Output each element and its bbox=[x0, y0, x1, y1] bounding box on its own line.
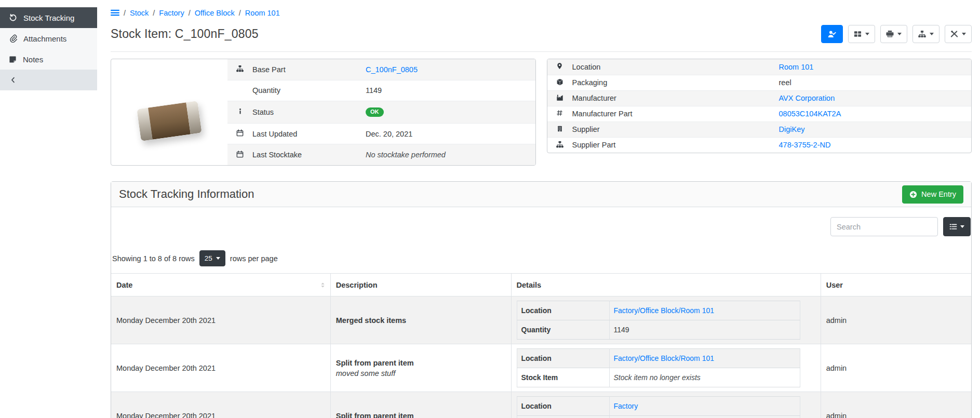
stock-tracking-table: Date Description Details User bbox=[111, 273, 971, 418]
detail-subrow: Stock Item Stock item no longer exists bbox=[517, 368, 800, 387]
stock-tracking-panel: Stock Tracking Information New Entry bbox=[111, 181, 972, 418]
detail-sublabel: Location bbox=[517, 349, 609, 368]
detail-row-last-stocktake: Last Stocktake No stocktake performed bbox=[227, 144, 535, 165]
industry-icon bbox=[556, 94, 563, 101]
detail-subrow: Stock Item Stock item no longer exists bbox=[517, 416, 800, 418]
breadcrumb-link-stock[interactable]: Stock bbox=[130, 9, 149, 17]
detail-subrow: Location Factory/Office Block/Room 101 bbox=[517, 349, 800, 368]
info-icon bbox=[237, 108, 244, 115]
manufacturer-link[interactable]: AVX Corporation bbox=[779, 94, 835, 102]
detail-sublabel: Stock Item bbox=[517, 416, 609, 418]
title-row: Stock Item: C_100nF_0805 bbox=[111, 25, 972, 43]
chevron-left-icon bbox=[10, 76, 17, 84]
detail-label: Last Updated bbox=[247, 123, 360, 144]
rows-per-page-label: rows per page bbox=[230, 254, 278, 263]
detail-subvalue: 1149 bbox=[609, 320, 800, 340]
paperclip-icon bbox=[9, 34, 17, 43]
building-icon bbox=[557, 125, 563, 132]
part-thumbnail[interactable] bbox=[111, 59, 227, 165]
page-size-value: 25 bbox=[205, 254, 212, 262]
search-input[interactable] bbox=[830, 217, 938, 236]
printer-icon bbox=[886, 30, 894, 38]
new-entry-button[interactable]: New Entry bbox=[902, 185, 963, 204]
note-icon bbox=[9, 56, 17, 63]
caret-down-icon bbox=[865, 33, 869, 35]
map-marker-icon bbox=[556, 62, 563, 70]
tracking-date: Monday December 20th 2021 bbox=[111, 392, 330, 418]
column-header-user[interactable]: User bbox=[821, 274, 971, 296]
title-divider bbox=[111, 51, 972, 52]
manufacturer-part-link[interactable]: 08053C104KAT2A bbox=[779, 110, 841, 118]
breadcrumb-link-office-block[interactable]: Office Block bbox=[195, 9, 235, 17]
sidebar-item-notes[interactable]: Notes bbox=[0, 49, 97, 70]
pagination-info: Showing 1 to 8 of 8 rows 25 rows per pag… bbox=[111, 250, 971, 266]
detail-sublabel: Quantity bbox=[517, 320, 609, 340]
tracking-date: Monday December 20th 2021 bbox=[111, 296, 330, 344]
last-stocktake-value: No stocktake performed bbox=[366, 151, 446, 159]
supplier-link[interactable]: DigiKey bbox=[779, 125, 805, 133]
showing-text: Showing 1 to 8 of 8 rows bbox=[112, 254, 195, 263]
stock-tracking-body: Showing 1 to 8 of 8 rows 25 rows per pag… bbox=[111, 207, 971, 418]
tracking-row[interactable]: Monday December 20th 2021 Merged stock i… bbox=[111, 296, 971, 344]
tracking-details-table: Location Factory Stock Item Stock item n… bbox=[517, 396, 800, 418]
tracking-date: Monday December 20th 2021 bbox=[111, 344, 330, 392]
stock-actions-button[interactable] bbox=[912, 25, 939, 43]
menu-icon[interactable] bbox=[111, 8, 119, 17]
capacitor-image bbox=[137, 101, 202, 141]
sidebar-item-attachments[interactable]: Attachments bbox=[0, 28, 97, 49]
table-columns-button[interactable] bbox=[943, 217, 971, 236]
detail-location-link[interactable]: Factory/Office Block/Room 101 bbox=[614, 306, 714, 315]
sidebar-collapse-button[interactable] bbox=[0, 70, 97, 90]
tracking-details-table: Location Factory/Office Block/Room 101 Q… bbox=[517, 301, 800, 340]
breadcrumb-link-room-101[interactable]: Room 101 bbox=[245, 9, 280, 17]
user-check-icon bbox=[828, 30, 836, 38]
detail-location-link[interactable]: Factory bbox=[614, 402, 638, 410]
sidebar-item-stock-tracking[interactable]: Stock Tracking bbox=[0, 7, 97, 28]
detail-label: Base Part bbox=[247, 59, 360, 80]
detail-location-link[interactable]: Factory/Office Block/Room 101 bbox=[614, 354, 714, 362]
sidebar-item-label: Notes bbox=[23, 55, 43, 64]
list-icon bbox=[949, 223, 957, 231]
detail-row-location: Location Room 101 bbox=[547, 59, 972, 75]
base-part-link[interactable]: C_100nF_0805 bbox=[366, 65, 418, 74]
detail-row-manufacturer: Manufacturer AVX Corporation bbox=[547, 90, 972, 106]
barcode-actions-button[interactable] bbox=[848, 25, 875, 43]
sitemap-icon bbox=[918, 30, 926, 38]
page-size-selector[interactable]: 25 bbox=[199, 250, 225, 266]
hash-icon bbox=[556, 110, 563, 116]
breadcrumb-separator: / bbox=[124, 9, 126, 17]
packaging-value: reel bbox=[774, 75, 972, 90]
detail-row-supplier: Supplier DigiKey bbox=[547, 122, 972, 137]
stock-tracking-header: Stock Tracking Information New Entry bbox=[111, 182, 971, 207]
print-actions-button[interactable] bbox=[880, 25, 907, 43]
grid-icon bbox=[854, 30, 862, 38]
stock-item-details-panel: Base Part C_100nF_0805 Quantity 1149 bbox=[111, 59, 536, 166]
detail-subrow: Location Factory/Office Block/Room 101 bbox=[517, 301, 800, 320]
tracking-row[interactable]: Monday December 20th 2021 Split from par… bbox=[111, 344, 971, 392]
detail-label: Manufacturer bbox=[567, 90, 774, 106]
table-header-row: Date Description Details User bbox=[111, 274, 971, 296]
tracking-row[interactable]: Monday December 20th 2021 Split from par… bbox=[111, 392, 971, 418]
breadcrumb-separator: / bbox=[153, 9, 155, 17]
sort-icon[interactable] bbox=[319, 281, 326, 289]
last-updated-value: Dec. 20, 2021 bbox=[360, 123, 535, 144]
location-link[interactable]: Room 101 bbox=[779, 63, 814, 71]
detail-row-last-updated: Last Updated Dec. 20, 2021 bbox=[227, 123, 535, 144]
detail-row-status: Status OK bbox=[227, 101, 535, 124]
column-header-details[interactable]: Details bbox=[511, 274, 821, 296]
breadcrumb: / Stock / Factory / Office Block / Room … bbox=[111, 8, 972, 17]
breadcrumb-link-factory[interactable]: Factory bbox=[159, 9, 184, 17]
column-header-date[interactable]: Date bbox=[111, 274, 330, 296]
edit-actions-button[interactable] bbox=[945, 25, 972, 43]
stock-admin-button[interactable] bbox=[821, 25, 843, 43]
detail-sublabel: Stock Item bbox=[517, 368, 609, 387]
supplier-part-link[interactable]: 478-3755-2-ND bbox=[779, 141, 831, 149]
sitemap-icon bbox=[556, 141, 563, 148]
tracking-description: Merged stock items bbox=[336, 316, 506, 325]
capacitor-body bbox=[148, 102, 191, 140]
stock-item-details-table: Base Part C_100nF_0805 Quantity 1149 bbox=[227, 59, 535, 165]
page-title: Stock Item: C_100nF_0805 bbox=[111, 27, 259, 41]
plus-circle-icon bbox=[909, 191, 917, 198]
column-header-description[interactable]: Description bbox=[330, 274, 511, 296]
detail-label: Location bbox=[567, 59, 774, 75]
